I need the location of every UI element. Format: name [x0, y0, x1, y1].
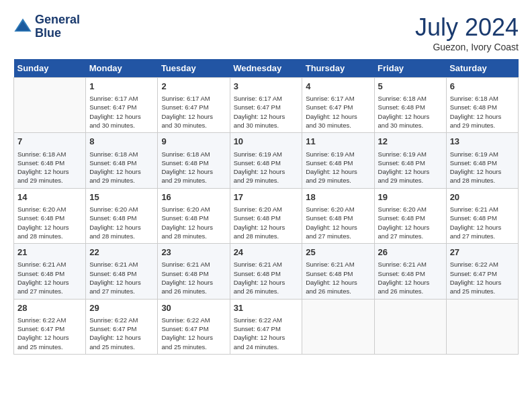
day-info: Sunrise: 6:18 AM Sunset: 6:48 PM Dayligh…: [89, 150, 154, 185]
calendar-day-cell: 27Sunrise: 6:22 AM Sunset: 6:47 PM Dayli…: [446, 244, 518, 299]
calendar-day-cell: 15Sunrise: 6:20 AM Sunset: 6:48 PM Dayli…: [86, 188, 158, 243]
day-number: 23: [161, 246, 226, 259]
day-info: Sunrise: 6:22 AM Sunset: 6:47 PM Dayligh…: [234, 316, 299, 351]
day-info: Sunrise: 6:20 AM Sunset: 6:48 PM Dayligh…: [89, 205, 154, 240]
calendar-day-cell: 24Sunrise: 6:21 AM Sunset: 6:48 PM Dayli…: [230, 244, 302, 299]
day-number: 8: [89, 136, 154, 148]
logo: General Blue: [13, 13, 80, 40]
calendar-day-cell: 26Sunrise: 6:21 AM Sunset: 6:48 PM Dayli…: [374, 244, 446, 299]
calendar-day-cell: 20Sunrise: 6:21 AM Sunset: 6:48 PM Dayli…: [446, 188, 518, 243]
day-number: 17: [234, 191, 299, 203]
day-info: Sunrise: 6:19 AM Sunset: 6:48 PM Dayligh…: [306, 150, 370, 185]
weekday-header-friday: Friday: [374, 59, 446, 78]
weekday-header-thursday: Thursday: [302, 59, 374, 78]
day-info: Sunrise: 6:22 AM Sunset: 6:47 PM Dayligh…: [450, 260, 515, 295]
day-info: Sunrise: 6:19 AM Sunset: 6:48 PM Dayligh…: [378, 150, 443, 185]
calendar-day-cell: 12Sunrise: 6:19 AM Sunset: 6:48 PM Dayli…: [374, 133, 446, 188]
day-info: Sunrise: 6:18 AM Sunset: 6:48 PM Dayligh…: [378, 94, 443, 130]
calendar-table: SundayMondayTuesdayWednesdayThursdayFrid…: [13, 59, 519, 355]
calendar-day-cell: 16Sunrise: 6:20 AM Sunset: 6:48 PM Dayli…: [158, 188, 230, 243]
day-number: 12: [378, 136, 443, 148]
day-info: Sunrise: 6:19 AM Sunset: 6:48 PM Dayligh…: [234, 150, 299, 185]
calendar-day-cell: 6Sunrise: 6:18 AM Sunset: 6:48 PM Daylig…: [446, 78, 518, 133]
day-number: 19: [378, 191, 443, 203]
weekday-header-monday: Monday: [86, 59, 158, 78]
day-info: Sunrise: 6:21 AM Sunset: 6:48 PM Dayligh…: [306, 260, 370, 295]
day-number: 16: [161, 191, 226, 203]
day-info: Sunrise: 6:21 AM Sunset: 6:48 PM Dayligh…: [378, 260, 443, 295]
calendar-body: 1Sunrise: 6:17 AM Sunset: 6:47 PM Daylig…: [14, 78, 519, 355]
calendar-day-cell: 28Sunrise: 6:22 AM Sunset: 6:47 PM Dayli…: [14, 299, 86, 354]
day-info: Sunrise: 6:18 AM Sunset: 6:48 PM Dayligh…: [17, 150, 82, 185]
day-number: 11: [306, 136, 370, 148]
day-number: 24: [234, 246, 299, 259]
day-number: 31: [234, 302, 299, 314]
day-info: Sunrise: 6:17 AM Sunset: 6:47 PM Dayligh…: [306, 94, 370, 130]
calendar-day-cell: 17Sunrise: 6:20 AM Sunset: 6:48 PM Dayli…: [230, 188, 302, 243]
day-info: Sunrise: 6:20 AM Sunset: 6:48 PM Dayligh…: [378, 205, 443, 240]
day-info: Sunrise: 6:20 AM Sunset: 6:48 PM Dayligh…: [161, 205, 226, 240]
day-number: 20: [450, 191, 515, 203]
day-info: Sunrise: 6:17 AM Sunset: 6:47 PM Dayligh…: [161, 94, 226, 130]
calendar-day-cell: 14Sunrise: 6:20 AM Sunset: 6:48 PM Dayli…: [14, 188, 86, 243]
calendar-day-cell: 21Sunrise: 6:21 AM Sunset: 6:48 PM Dayli…: [14, 244, 86, 299]
day-info: Sunrise: 6:17 AM Sunset: 6:47 PM Dayligh…: [89, 94, 154, 130]
calendar-day-cell: 7Sunrise: 6:18 AM Sunset: 6:48 PM Daylig…: [14, 133, 86, 188]
page-header: General Blue July 2024 Guezon, Ivory Coa…: [13, 13, 519, 52]
calendar-day-cell: 19Sunrise: 6:20 AM Sunset: 6:48 PM Dayli…: [374, 188, 446, 243]
calendar-week-row: 28Sunrise: 6:22 AM Sunset: 6:47 PM Dayli…: [14, 299, 519, 354]
day-info: Sunrise: 6:20 AM Sunset: 6:48 PM Dayligh…: [234, 205, 299, 240]
calendar-day-cell: [446, 299, 518, 354]
day-number: 2: [161, 81, 226, 93]
calendar-day-cell: [374, 299, 446, 354]
day-number: 1: [89, 81, 154, 93]
calendar-day-cell: 10Sunrise: 6:19 AM Sunset: 6:48 PM Dayli…: [230, 133, 302, 188]
day-info: Sunrise: 6:21 AM Sunset: 6:48 PM Dayligh…: [89, 260, 154, 295]
day-info: Sunrise: 6:21 AM Sunset: 6:48 PM Dayligh…: [234, 260, 299, 295]
calendar-week-row: 7Sunrise: 6:18 AM Sunset: 6:48 PM Daylig…: [14, 133, 519, 188]
calendar-day-cell: 23Sunrise: 6:21 AM Sunset: 6:48 PM Dayli…: [158, 244, 230, 299]
day-info: Sunrise: 6:21 AM Sunset: 6:48 PM Dayligh…: [161, 260, 226, 295]
calendar-day-cell: 8Sunrise: 6:18 AM Sunset: 6:48 PM Daylig…: [86, 133, 158, 188]
calendar-day-cell: [14, 78, 86, 133]
calendar-day-cell: 5Sunrise: 6:18 AM Sunset: 6:48 PM Daylig…: [374, 78, 446, 133]
calendar-day-cell: 22Sunrise: 6:21 AM Sunset: 6:48 PM Dayli…: [86, 244, 158, 299]
day-number: 6: [450, 81, 515, 93]
weekday-header-tuesday: Tuesday: [158, 59, 230, 78]
day-info: Sunrise: 6:22 AM Sunset: 6:47 PM Dayligh…: [17, 316, 82, 351]
calendar-day-cell: 29Sunrise: 6:22 AM Sunset: 6:47 PM Dayli…: [86, 299, 158, 354]
day-info: Sunrise: 6:19 AM Sunset: 6:48 PM Dayligh…: [450, 150, 515, 185]
day-number: 7: [17, 136, 82, 148]
day-info: Sunrise: 6:21 AM Sunset: 6:48 PM Dayligh…: [17, 260, 82, 295]
calendar-header-row: SundayMondayTuesdayWednesdayThursdayFrid…: [14, 59, 519, 78]
calendar-week-row: 21Sunrise: 6:21 AM Sunset: 6:48 PM Dayli…: [14, 244, 519, 299]
calendar-day-cell: 31Sunrise: 6:22 AM Sunset: 6:47 PM Dayli…: [230, 299, 302, 354]
day-number: 5: [378, 81, 443, 93]
calendar-week-row: 14Sunrise: 6:20 AM Sunset: 6:48 PM Dayli…: [14, 188, 519, 243]
day-info: Sunrise: 6:20 AM Sunset: 6:48 PM Dayligh…: [306, 205, 370, 240]
logo-icon: [13, 17, 32, 36]
calendar-day-cell: 4Sunrise: 6:17 AM Sunset: 6:47 PM Daylig…: [302, 78, 374, 133]
calendar-day-cell: [302, 299, 374, 354]
day-number: 10: [234, 136, 299, 148]
calendar-day-cell: 9Sunrise: 6:18 AM Sunset: 6:48 PM Daylig…: [158, 133, 230, 188]
calendar-day-cell: 2Sunrise: 6:17 AM Sunset: 6:47 PM Daylig…: [158, 78, 230, 133]
weekday-header-saturday: Saturday: [446, 59, 518, 78]
calendar-day-cell: 11Sunrise: 6:19 AM Sunset: 6:48 PM Dayli…: [302, 133, 374, 188]
logo-text: General Blue: [35, 13, 80, 40]
title-block: July 2024 Guezon, Ivory Coast: [415, 13, 519, 52]
day-number: 22: [89, 246, 154, 259]
weekday-header-wednesday: Wednesday: [230, 59, 302, 78]
day-info: Sunrise: 6:22 AM Sunset: 6:47 PM Dayligh…: [161, 316, 226, 351]
day-number: 30: [161, 302, 226, 314]
calendar-day-cell: 13Sunrise: 6:19 AM Sunset: 6:48 PM Dayli…: [446, 133, 518, 188]
month-title: July 2024: [415, 13, 519, 42]
day-number: 25: [306, 246, 370, 259]
day-number: 9: [161, 136, 226, 148]
calendar-day-cell: 30Sunrise: 6:22 AM Sunset: 6:47 PM Dayli…: [158, 299, 230, 354]
day-number: 26: [378, 246, 443, 259]
day-number: 18: [306, 191, 370, 203]
day-number: 27: [450, 246, 515, 259]
day-number: 15: [89, 191, 154, 203]
calendar-day-cell: 3Sunrise: 6:17 AM Sunset: 6:47 PM Daylig…: [230, 78, 302, 133]
